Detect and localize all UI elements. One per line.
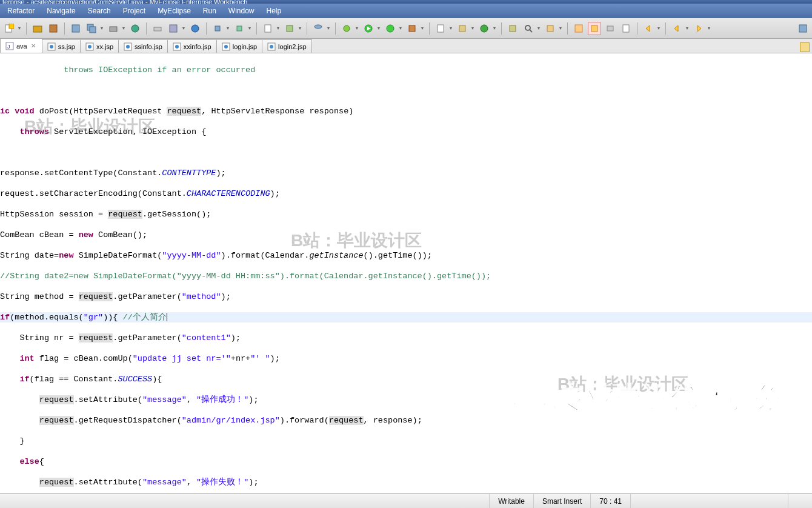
deploy-icon[interactable]	[167, 22, 180, 35]
chevron-down-icon[interactable]: ▼	[656, 22, 661, 35]
tab-xxinfo-jsp[interactable]: xxinfo.jsp	[167, 39, 217, 53]
svg-point-50	[270, 45, 273, 48]
tab-label: xxinfo.jsp	[184, 43, 211, 50]
menu-refactor[interactable]: Refactor	[1, 7, 41, 15]
tab-xx-jsp[interactable]: xx.jsp	[80, 39, 119, 53]
run-icon[interactable]	[362, 22, 375, 35]
svg-point-17	[344, 25, 350, 32]
chevron-down-icon[interactable]: ▼	[420, 22, 425, 35]
chevron-down-icon[interactable]: ▼	[298, 22, 302, 35]
tab-java[interactable]: J ava ✕	[0, 38, 42, 53]
chevron-down-icon[interactable]: ▼	[470, 22, 475, 35]
svg-point-20	[387, 25, 394, 32]
database-icon[interactable]	[311, 22, 325, 35]
open-project-icon[interactable]	[31, 22, 44, 35]
jsp-file-icon	[267, 42, 276, 51]
tab-login-jsp[interactable]: login.jsp	[216, 39, 262, 53]
nav-back-icon[interactable]	[670, 22, 684, 35]
external-tools-icon[interactable]	[405, 22, 419, 35]
menu-window[interactable]: Window	[222, 7, 261, 15]
chevron-down-icon[interactable]: ▼	[99, 22, 104, 35]
code-editor[interactable]: throws IOException if an error occurred …	[0, 53, 812, 495]
svg-rect-23	[459, 25, 465, 32]
chevron-down-icon[interactable]: ▼	[225, 22, 230, 35]
toggle-mark-icon[interactable]	[619, 22, 633, 35]
chevron-down-icon[interactable]: ▼	[354, 22, 359, 35]
save-all-icon[interactable]	[85, 22, 98, 35]
new-icon[interactable]	[2, 22, 16, 35]
tab-ss-jsp[interactable]: ss.jsp	[42, 39, 81, 53]
debug-icon[interactable]	[340, 22, 353, 35]
chevron-down-icon[interactable]: ▼	[558, 22, 563, 35]
close-icon[interactable]: ✕	[30, 42, 37, 50]
config-icon[interactable]	[283, 22, 296, 35]
svg-point-24	[481, 25, 488, 32]
menu-myeclipse[interactable]: MyEclipse	[151, 7, 197, 15]
run-last-icon[interactable]	[384, 22, 397, 35]
tool-icon[interactable]	[233, 22, 246, 35]
maximize-icon[interactable]	[800, 42, 810, 52]
svg-point-40	[50, 45, 53, 48]
chevron-down-icon[interactable]: ▼	[247, 22, 252, 35]
new-package-icon[interactable]	[456, 22, 469, 35]
toolbar-separator	[567, 22, 568, 35]
chevron-down-icon[interactable]: ▼	[181, 22, 186, 35]
chevron-down-icon[interactable]: ▼	[492, 22, 497, 35]
search-icon[interactable]	[522, 22, 535, 35]
status-insert-mode: Smart Insert	[533, 494, 590, 508]
toggle-marks-icon[interactable]	[572, 22, 585, 35]
svg-rect-15	[287, 25, 293, 32]
svg-rect-22	[438, 25, 444, 32]
back-icon[interactable]	[642, 22, 655, 35]
annotation-icon[interactable]	[544, 22, 557, 35]
tab-ssinfo-jsp[interactable]: ssinfo.jsp	[118, 39, 168, 53]
chevron-down-icon[interactable]: ▼	[276, 22, 281, 35]
xml-icon[interactable]	[261, 22, 275, 35]
server-icon[interactable]	[151, 22, 164, 35]
tab-label: xx.jsp	[96, 43, 113, 50]
svg-rect-10	[170, 25, 177, 32]
chevron-down-icon[interactable]: ▼	[326, 22, 331, 35]
publish-icon[interactable]	[128, 22, 142, 35]
toggle-whitespace-icon[interactable]	[604, 22, 617, 35]
status-writable: Writable	[489, 494, 533, 508]
new-class-icon[interactable]	[478, 22, 491, 35]
toolbar-separator	[637, 22, 637, 35]
menu-run[interactable]: Run	[197, 7, 222, 15]
save-icon[interactable]	[69, 22, 82, 35]
tab-label: ss.jsp	[58, 43, 75, 50]
nav-forward-icon[interactable]	[692, 22, 705, 35]
svg-rect-13	[237, 26, 242, 31]
print-icon[interactable]	[107, 22, 120, 35]
open-type-icon[interactable]	[506, 22, 519, 35]
chevron-down-icon[interactable]: ▼	[17, 22, 22, 35]
chevron-down-icon[interactable]: ▼	[536, 22, 541, 35]
chevron-down-icon[interactable]: ▼	[121, 22, 126, 35]
chevron-down-icon[interactable]: ▼	[398, 22, 403, 35]
menu-help[interactable]: Help	[261, 7, 288, 15]
perspective-icon[interactable]	[796, 22, 810, 35]
status-trim[interactable]	[788, 494, 812, 508]
editor-tab-bar: J ava ✕ ss.jsp xx.jsp ssinfo.jsp xxinfo.…	[0, 39, 812, 53]
chevron-down-icon[interactable]: ▼	[448, 22, 453, 35]
chevron-down-icon[interactable]: ▼	[707, 22, 711, 35]
tab-label: login2.jsp	[278, 43, 306, 50]
menu-search[interactable]: Search	[82, 7, 117, 15]
svg-point-44	[126, 45, 130, 48]
svg-rect-36	[799, 25, 807, 32]
chevron-down-icon[interactable]: ▼	[685, 22, 690, 35]
chevron-down-icon[interactable]: ▼	[376, 22, 381, 35]
tab-login2-jsp[interactable]: login2.jsp	[262, 39, 311, 53]
svg-point-42	[88, 45, 92, 48]
menu-navigate[interactable]: Navigate	[41, 7, 81, 15]
browser-icon[interactable]	[188, 22, 202, 35]
package-icon[interactable]	[47, 22, 60, 35]
svg-point-26	[525, 25, 530, 30]
jsp-file-icon	[47, 42, 56, 51]
new-java-icon[interactable]	[434, 22, 447, 35]
menu-project[interactable]: Project	[117, 7, 151, 15]
toggle-block-icon[interactable]	[588, 22, 601, 35]
svg-rect-6	[90, 27, 96, 33]
toolbar-separator	[665, 22, 666, 35]
tool-icon[interactable]	[211, 22, 224, 35]
